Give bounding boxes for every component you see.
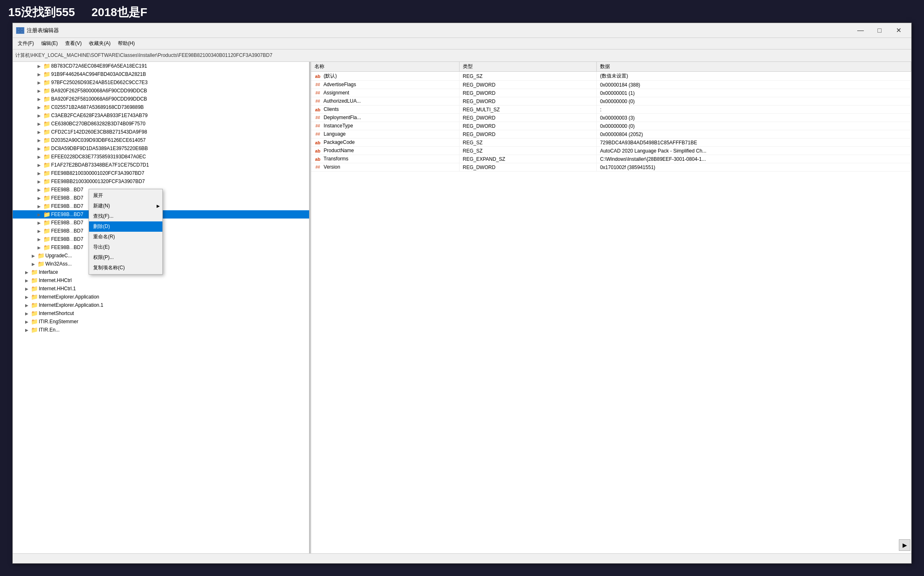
- ctx-rename[interactable]: 重命名(R): [89, 232, 162, 242]
- menu-help[interactable]: 帮助(H): [115, 39, 138, 48]
- menu-view[interactable]: 查看(V): [62, 39, 85, 48]
- value-row[interactable]: ## AuthorizedLUA... REG_DWORD 0x00000000…: [311, 97, 911, 106]
- tree-panel[interactable]: ▶ 📁 8B783CD72A6EC084E89F6A5EA18EC191 ▶ 📁…: [13, 62, 310, 553]
- tree-arrow: ▶: [25, 287, 31, 291]
- tree-item[interactable]: ▶ 📁 F1AF27E2BDAB73348BEA7F1CE75CD7D1: [13, 161, 309, 169]
- tree-item[interactable]: ▶ 📁 EFEE0228DC83E77358593193D847A0EC: [13, 153, 309, 161]
- svg-rect-2: [17, 31, 20, 33]
- reg-icon-ab: ab: [314, 148, 321, 154]
- tree-item[interactable]: ▶ 📁 CFD2C1F142D260E3CB8B271543DA9F98: [13, 128, 309, 136]
- folder-icon: 📁: [43, 228, 50, 234]
- taskbar: 15没找到555 2018也是F: [0, 0, 924, 25]
- folder-icon: 📁: [43, 187, 50, 193]
- tree-arrow: ▶: [38, 122, 43, 126]
- minimize-button[interactable]: —: [851, 23, 870, 38]
- close-button[interactable]: ✕: [889, 23, 908, 38]
- value-row[interactable]: ## Version REG_DWORD 0x1701002f (3859415…: [311, 163, 911, 172]
- value-row[interactable]: ab PackageCode REG_SZ 729BDC4A93B4AD5498…: [311, 139, 911, 147]
- tree-item[interactable]: ▶ 📁 FEE98B82100300001020FCF3A3907BD7: [13, 169, 309, 177]
- tree-item-itir-eng[interactable]: ▶ 📁 ITIR.EngStemmer: [13, 317, 309, 326]
- value-row-assignment[interactable]: ## Assignment REG_DWORD 0x00000001 (1): [311, 89, 911, 97]
- tree-item[interactable]: ▶ 📁 97BFC25026D93E24AB51ED662C9CC7E3: [13, 78, 309, 87]
- tree-item[interactable]: ▶ 📁 C3AEB2FCAE628F23AAB933F1E743AB79: [13, 111, 309, 120]
- tree-item[interactable]: ▶ 📁 CE6380BC270BD863282B3D74B09F7570: [13, 120, 309, 128]
- reg-icon-dword: ##: [314, 99, 321, 104]
- folder-icon: 📁: [31, 294, 38, 300]
- maximize-button[interactable]: □: [870, 23, 889, 38]
- folder-icon: 📁: [43, 88, 50, 94]
- reg-icon-dword: ##: [314, 115, 321, 121]
- tree-item[interactable]: ▶ 📁 D20352A90C039D93DBF6126ECE614057: [13, 136, 309, 144]
- tree-arrow: ▶: [38, 105, 43, 110]
- value-row[interactable]: ab ProductName REG_SZ AutoCAD 2020 Langu…: [311, 147, 911, 155]
- menu-edit[interactable]: 编辑(E): [38, 39, 61, 48]
- tree-arrow: ▶: [32, 262, 38, 266]
- ctx-permissions[interactable]: 权限(P)...: [89, 252, 162, 263]
- reg-icon-dword: ##: [314, 165, 321, 170]
- folder-icon: 📁: [43, 96, 50, 102]
- tree-arrow: ▶: [38, 72, 43, 77]
- taskbar-text2: 2018也是F: [91, 5, 147, 20]
- ctx-delete[interactable]: 删除(D): [89, 221, 162, 232]
- ctx-export[interactable]: 导出(E): [89, 242, 162, 252]
- value-row[interactable]: ## InstanceType REG_DWORD 0x00000000 (0): [311, 122, 911, 130]
- tree-item-ie-app1[interactable]: ▶ 📁 InternetExplorer.Application.1: [13, 301, 309, 309]
- ctx-copy-name[interactable]: 复制项名称(C): [89, 263, 162, 273]
- menu-bar: 文件(F) 编辑(E) 查看(V) 收藏夹(A) 帮助(H): [13, 38, 911, 49]
- address-bar: 计算机\HKEY_LOCAL_MACHINE\SOFTWARE\Classes\…: [13, 49, 911, 62]
- tree-item[interactable]: ▶ 📁 FEE98BB2100300001320FCF3A3907BD7: [13, 177, 309, 186]
- tree-arrow: ▶: [38, 163, 43, 167]
- tree-item[interactable]: ▶ 📁 BA920F262F58000068A6F90CDD99DDCB: [13, 87, 309, 95]
- window-controls: — □ ✕: [851, 23, 908, 38]
- tree-arrow: ▶: [38, 221, 43, 225]
- tree-item-internetshortcut[interactable]: ▶ 📁 InternetShortcut: [13, 309, 309, 317]
- menu-favorites[interactable]: 收藏夹(A): [86, 39, 114, 48]
- folder-icon: 📁: [43, 236, 50, 242]
- value-row[interactable]: ## Language REG_DWORD 0x00000804 (2052): [311, 130, 911, 139]
- address-label: 计算机\HKEY_LOCAL_MACHINE\SOFTWARE\Classes\…: [15, 52, 272, 59]
- status-bar: [13, 553, 911, 563]
- tree-item[interactable]: ▶ 📁 91B9F446264AC994FBD403A0CBA2821B: [13, 70, 309, 78]
- tree-arrow: ▶: [25, 328, 31, 332]
- svg-rect-0: [17, 28, 20, 30]
- reg-icon-dword: ##: [314, 90, 321, 96]
- value-row[interactable]: ## AdvertiseFlags REG_DWORD 0x00000184 (…: [311, 81, 911, 89]
- tree-item[interactable]: ▶ 📁 8B783CD72A6EC084E89F6A5EA18EC191: [13, 62, 309, 70]
- value-row[interactable]: ab Transforms REG_EXPAND_SZ C:\Windows\I…: [311, 155, 911, 163]
- scroll-to-bottom-button[interactable]: ▶: [899, 539, 910, 551]
- tree-arrow: ▶: [38, 146, 43, 151]
- menu-file[interactable]: 文件(F): [14, 39, 37, 48]
- reg-icon-dword: ##: [314, 123, 321, 129]
- tree-arrow: ▶: [25, 320, 31, 324]
- tree-item-hhctrl[interactable]: ▶ 📁 Internet.HHCtrl: [13, 276, 309, 284]
- tree-item[interactable]: ▶ 📁 BA920F262F58100068A6F90CDD99DDCB: [13, 95, 309, 103]
- main-area: ▶ 📁 8B783CD72A6EC084E89F6A5EA18EC191 ▶ 📁…: [13, 62, 911, 553]
- tree-item[interactable]: ▶ 📁 DC8A59DBF9D1DA5389A1E3975220E6BB: [13, 144, 309, 153]
- tree-arrow: ▶: [38, 179, 43, 184]
- tree-arrow: ▶: [38, 229, 43, 233]
- folder-icon: 📁: [43, 80, 50, 85]
- value-row[interactable]: ab (默认) REG_SZ (数值未设置): [311, 72, 911, 81]
- tree-item-ie-app[interactable]: ▶ 📁 InternetExplorer.Application: [13, 293, 309, 301]
- folder-icon: 📁: [43, 203, 50, 209]
- value-row[interactable]: ab Clients REG_MULTI_SZ :: [311, 106, 911, 114]
- ctx-new[interactable]: 新建(N): [89, 201, 162, 211]
- tree-item-hhctrl1[interactable]: ▶ 📁 Internet.HHCtrl.1: [13, 284, 309, 293]
- tree-arrow: ▶: [38, 245, 43, 250]
- folder-icon: 📁: [43, 212, 50, 217]
- tree-item[interactable]: ▶ 📁 C025571B2A687A53689168CD7369889B: [13, 103, 309, 111]
- folder-icon: 📁: [43, 71, 50, 77]
- folder-icon: 📁: [43, 154, 50, 160]
- folder-icon: 📁: [31, 286, 38, 292]
- tree-item-itir-en[interactable]: ▶ 📁 ITIR.En...: [13, 326, 309, 334]
- folder-icon: 📁: [43, 129, 50, 135]
- col-data: 数据: [596, 62, 911, 72]
- value-row[interactable]: ## DeploymentFla... REG_DWORD 0x00000003…: [311, 114, 911, 122]
- ctx-find[interactable]: 查找(F)...: [89, 211, 162, 221]
- registry-editor-window: 注册表编辑器 — □ ✕ 文件(F) 编辑(E) 查看(V) 收藏夹(A) 帮助…: [12, 23, 912, 564]
- tree-arrow: ▶: [38, 237, 43, 242]
- ctx-expand[interactable]: 展开: [89, 190, 162, 201]
- folder-icon: 📁: [31, 319, 38, 324]
- value-panel: 名称 类型 数据 ab (默认) REG_SZ (数值未设置): [311, 62, 911, 553]
- col-type: 类型: [459, 62, 596, 72]
